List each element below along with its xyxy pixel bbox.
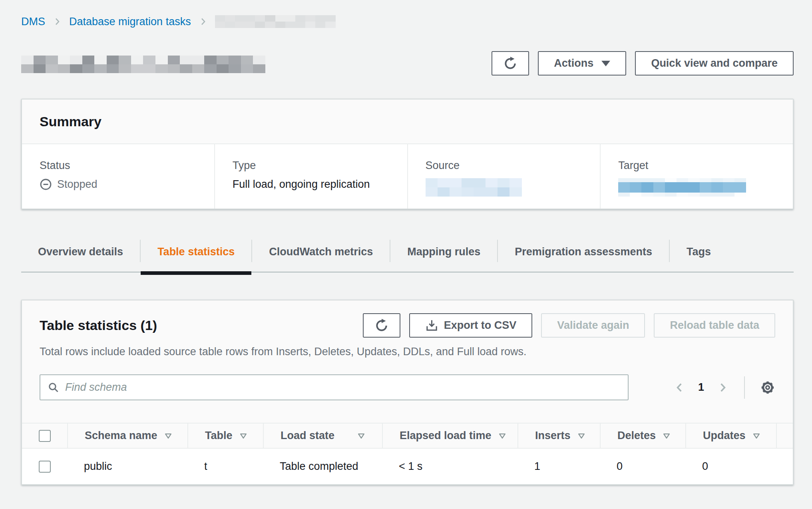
table-row[interactable]: public t Table completed < 1 s 1 0 0 0 — [22, 449, 794, 484]
column-header-updates[interactable]: Updates — [685, 424, 776, 448]
breadcrumb-link-dms[interactable]: DMS — [21, 16, 45, 28]
sort-triangle-icon[interactable] — [164, 431, 173, 440]
column-label: Deletes — [617, 429, 656, 442]
download-icon — [425, 319, 438, 332]
tab-table-statistics[interactable]: Table statistics — [141, 237, 251, 266]
cell-deletes: 0 — [600, 449, 685, 484]
table-statistics-header: Table statistics (1) Export to CSV Valid… — [22, 300, 793, 338]
chevron-right-icon — [52, 17, 62, 26]
sort-triangle-icon[interactable] — [498, 431, 507, 440]
column-header-ddls[interactable]: DDLs — [776, 424, 794, 448]
type-value: Full load, ongoing replication — [233, 178, 395, 191]
validate-button-label: Validate again — [557, 319, 629, 332]
export-to-csv-button[interactable]: Export to CSV — [409, 313, 533, 338]
summary-field-source: Source — [407, 144, 600, 209]
column-label: Table — [205, 429, 233, 442]
sort-triangle-icon[interactable] — [357, 431, 366, 440]
refresh-button[interactable] — [492, 51, 529, 76]
sort-triangle-icon[interactable] — [577, 431, 586, 440]
summary-field-target: Target — [600, 144, 793, 209]
summary-field-status: Status Stopped — [22, 144, 214, 209]
source-label: Source — [426, 159, 588, 172]
column-label: Elapsed load time — [400, 429, 492, 442]
sort-triangle-icon[interactable] — [239, 431, 248, 440]
quick-view-button-label: Quick view and compare — [651, 57, 778, 70]
row-checkbox[interactable] — [39, 461, 51, 473]
table-statistics-panel: Table statistics (1) Export to CSV Valid… — [21, 300, 794, 485]
tab-cloudwatch-metrics[interactable]: CloudWatch metrics — [252, 237, 390, 266]
column-header-load-state[interactable]: Load state — [263, 424, 382, 448]
cell-table: t — [187, 449, 263, 484]
refresh-icon — [503, 56, 517, 71]
target-value-redacted — [618, 178, 746, 197]
reload-button-label: Reload table data — [670, 319, 759, 332]
table-filter-row: 1 — [22, 359, 793, 400]
cell-load-state: Table completed — [263, 449, 382, 484]
next-page-button[interactable] — [716, 381, 729, 394]
column-header-schema-name[interactable]: Schema name — [67, 424, 187, 448]
pagination: 1 — [673, 376, 775, 399]
breadcrumb-current-redacted — [215, 15, 336, 28]
chevron-left-icon — [673, 381, 686, 394]
column-header-elapsed-load-time[interactable]: Elapsed load time — [382, 424, 517, 448]
summary-field-type: Type Full load, ongoing replication — [214, 144, 407, 209]
cell-schema-name: public — [67, 449, 187, 484]
gear-icon[interactable] — [760, 380, 775, 395]
column-header-table[interactable]: Table — [187, 424, 263, 448]
pagination-divider — [744, 376, 745, 399]
cell-updates: 0 — [685, 449, 776, 484]
chevron-right-icon — [716, 381, 729, 394]
tab-label: Overview details — [38, 246, 123, 258]
summary-fields: Status Stopped Type Full load, ongoing r… — [22, 144, 793, 209]
source-value-redacted — [426, 178, 522, 197]
refresh-icon — [374, 318, 389, 333]
tab-tags[interactable]: Tags — [670, 237, 728, 266]
reload-table-data-button[interactable]: Reload table data — [654, 313, 775, 338]
select-all-checkbox[interactable] — [39, 430, 51, 442]
column-label: Updates — [703, 429, 746, 442]
target-label: Target — [618, 159, 781, 172]
breadcrumb-link-tasks[interactable]: Database migration tasks — [69, 16, 191, 28]
status-value: Stopped — [57, 178, 98, 191]
cell-ddls: 0 — [776, 449, 794, 484]
search-icon — [47, 381, 60, 394]
find-schema-input[interactable] — [40, 374, 629, 400]
cell-inserts: 1 — [517, 449, 600, 484]
actions-button[interactable]: Actions — [538, 51, 626, 76]
table-refresh-button[interactable] — [363, 313, 400, 338]
tab-bar: Overview details Table statistics CloudW… — [21, 237, 794, 272]
sort-triangle-icon[interactable] — [662, 431, 671, 440]
caret-down-icon — [601, 61, 610, 66]
column-label: Schema name — [85, 429, 157, 442]
table-statistics-title: Table statistics (1) — [40, 318, 157, 333]
cell-elapsed-load-time: < 1 s — [382, 449, 517, 484]
column-header-inserts[interactable]: Inserts — [517, 424, 600, 448]
page-title-redacted — [21, 56, 265, 73]
previous-page-button[interactable] — [673, 381, 686, 394]
sort-triangle-icon[interactable] — [752, 431, 761, 440]
summary-panel-header: Summary — [22, 99, 793, 144]
tab-label: Mapping rules — [407, 246, 480, 258]
circle-minus-icon — [40, 178, 52, 191]
tab-premigration-assessments[interactable]: Premigration assessments — [498, 237, 669, 266]
export-button-label: Export to CSV — [444, 319, 517, 332]
validate-again-button[interactable]: Validate again — [541, 313, 645, 338]
table-statistics-table: Schema name Table Load state Elapsed loa… — [22, 423, 794, 484]
tab-label: Premigration assessments — [515, 246, 652, 258]
tab-mapping-rules[interactable]: Mapping rules — [390, 237, 497, 266]
current-page-number: 1 — [696, 381, 707, 394]
page-header: Actions Quick view and compare — [21, 51, 794, 76]
column-label: Load state — [281, 429, 334, 442]
column-label: Inserts — [535, 429, 571, 442]
summary-panel: Summary Status Stopped Type Full load, o… — [21, 99, 794, 209]
status-label: Status — [40, 159, 202, 172]
tab-label: Table statistics — [157, 246, 235, 258]
table-statistics-description: Total rows include loaded source table r… — [22, 338, 793, 359]
summary-title: Summary — [40, 114, 102, 129]
column-header-deletes[interactable]: Deletes — [600, 424, 685, 448]
chevron-right-icon — [198, 17, 208, 26]
type-label: Type — [233, 159, 395, 172]
page: DMS Database migration tasks Actions Qui… — [0, 14, 794, 485]
tab-overview-details[interactable]: Overview details — [21, 237, 140, 266]
quick-view-and-compare-button[interactable]: Quick view and compare — [635, 51, 794, 76]
